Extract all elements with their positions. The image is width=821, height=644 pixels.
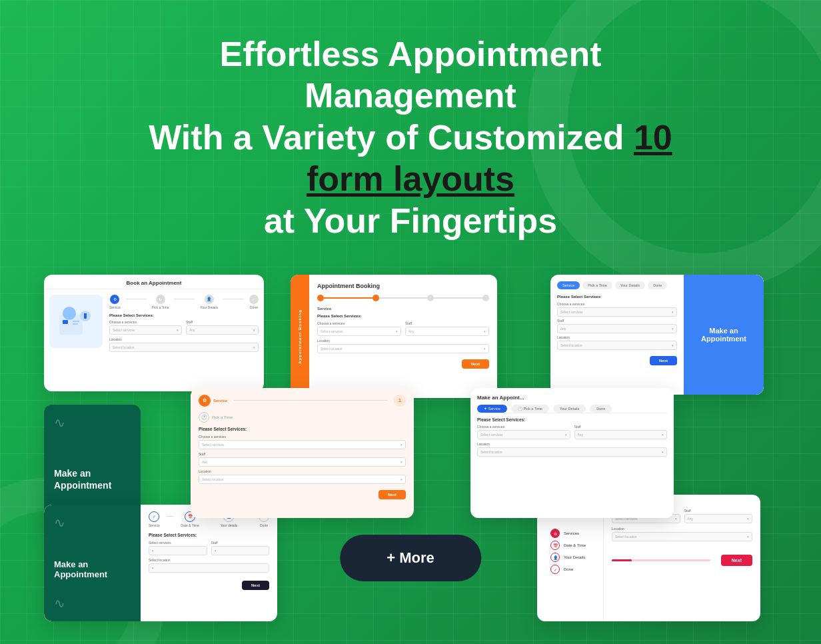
step-time-icon: 🕐: [156, 295, 165, 304]
progress-dot-3: [427, 295, 434, 301]
card6-tab-service[interactable]: ✦ Service: [477, 405, 507, 413]
card-4-title: Make an Appointment: [54, 467, 131, 491]
location-input[interactable]: Select location: [109, 343, 259, 352]
step-circle-service: ⚙: [199, 395, 211, 407]
step-circle-1: 1: [394, 395, 406, 407]
card8-step-services: ⚙: [550, 529, 560, 538]
card-light-orange: ⚙ Service 1 🕐 Pick a Time Please Select …: [191, 388, 414, 518]
card7-services-input[interactable]: [149, 546, 207, 555]
card7-next-button[interactable]: Next: [242, 581, 269, 590]
card-4-deco-top: ∿: [54, 415, 131, 431]
card5-services-input[interactable]: Select services: [199, 440, 406, 449]
hero-line1: Effortless Appointment Management: [220, 35, 602, 115]
progress-dot-2: [373, 295, 379, 301]
card8-staff-input[interactable]: Any: [684, 514, 753, 523]
tab-service[interactable]: Service: [557, 281, 580, 289]
step-circle-time: 🕐: [199, 412, 209, 423]
card-2-title: Appointment Booking: [317, 283, 489, 289]
choose-services-input[interactable]: Select services: [109, 325, 182, 335]
card-book-appointment: Book an Appointment: [44, 275, 264, 391]
card8-step-details: 👤: [550, 553, 560, 562]
step-done-icon: ✓: [249, 295, 259, 304]
card5-staff-input[interactable]: Any: [199, 457, 406, 467]
hero-line3: at Your Fingertips: [264, 201, 557, 240]
step-details-icon: 👤: [205, 295, 214, 304]
card-1-title: Book an Appointment: [44, 275, 264, 289]
step-service-icon: ⚙: [110, 295, 119, 304]
hero-line2-plain: With a Variety of Customized: [149, 118, 634, 157]
more-button[interactable]: + More: [340, 535, 481, 581]
card7-location-input[interactable]: [149, 563, 269, 573]
card2-location-input[interactable]: Select location: [317, 344, 489, 353]
progress-dot-4: [482, 295, 489, 301]
more-button-label: + More: [387, 549, 434, 566]
card6-services-input[interactable]: Select services: [477, 430, 570, 439]
card6-tab-details[interactable]: Your Details: [553, 405, 586, 413]
card5-next-button[interactable]: Next: [379, 490, 406, 499]
svg-rect-6: [84, 313, 87, 319]
card6-tab-time[interactable]: 🕐 Pick a Time: [511, 405, 549, 413]
h-step-service: ✓: [149, 511, 159, 522]
svg-point-1: [63, 307, 76, 320]
card-make-appt-white: Make an Appoint... ✦ Service 🕐 Pick a Ti…: [470, 388, 674, 518]
staff-input[interactable]: Any: [186, 325, 259, 335]
card3-location-input[interactable]: Select location: [557, 341, 677, 350]
card8-step-datetime: 📅: [550, 541, 560, 550]
card5-location-input[interactable]: Select location: [199, 475, 406, 484]
svg-rect-2: [63, 320, 68, 324]
card-make-appointment-blue: Service Pick a Time Your Details Done Pl…: [550, 275, 764, 395]
card-3-side-label: Make an Appointment: [684, 320, 764, 349]
card3-staff-input[interactable]: Any: [557, 324, 677, 333]
form-section-title: Please Select Services:: [109, 313, 259, 317]
hero-section: Effortless Appointment Management With a…: [111, 33, 710, 241]
card2-services-input[interactable]: Select services: [317, 327, 401, 336]
card8-location-input[interactable]: Select location: [612, 532, 752, 541]
card8-step-done: ✓: [550, 565, 560, 574]
card-2-sidebar-text: Appointment Booking: [298, 309, 302, 364]
progress-dot-1: [317, 295, 324, 301]
card2-next-button[interactable]: Next: [462, 359, 489, 369]
card2-staff-input[interactable]: Any: [405, 327, 489, 336]
card7-staff-input[interactable]: [211, 546, 270, 555]
card-3-blue-panel: Make an Appointment: [684, 275, 764, 395]
card-1-illustration: [49, 295, 103, 348]
card3-next-button[interactable]: Next: [650, 356, 677, 365]
card3-services-input[interactable]: Select services: [557, 307, 677, 317]
card-green-white-split: ∿ Make an Appointment ∿ ✓ Service 📅 Date…: [44, 505, 277, 621]
card6-tab-done[interactable]: Done: [590, 405, 612, 413]
card-appointment-booking: Appointment Booking Appointment Booking …: [291, 275, 497, 398]
card6-location-input[interactable]: Select location: [477, 447, 667, 457]
tab-done[interactable]: Done: [648, 281, 667, 289]
tab-time[interactable]: Pick a Time: [582, 281, 612, 289]
card-7-title: Make an Appointment: [54, 559, 131, 579]
card6-staff-input[interactable]: Any: [574, 430, 668, 439]
tab-details[interactable]: Your Details: [615, 281, 645, 289]
card-6-title: Make an Appoint...: [477, 395, 667, 401]
card8-next-button[interactable]: Next: [721, 555, 752, 566]
